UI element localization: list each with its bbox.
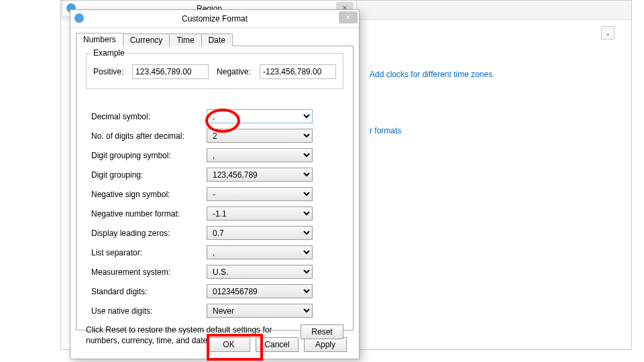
row-grouping: Digit grouping: 123,456,789 (86, 168, 343, 182)
select-decimal-symbol[interactable]: , (207, 109, 313, 123)
positive-example-field (132, 64, 209, 79)
close-button[interactable]: × (339, 11, 358, 23)
select-digits-after[interactable]: 2 (207, 129, 313, 143)
label-neg-sign: Negative sign symbol: (86, 190, 207, 199)
label-digits-after: No. of digits after decimal: (86, 131, 207, 141)
row-leading-zeros: Display leading zeros: 0.7 (86, 226, 343, 240)
tab-currency[interactable]: Currency (123, 34, 170, 46)
reset-button[interactable]: Reset (301, 324, 343, 339)
link-add-clocks[interactable]: Add clocks for different time zones (370, 67, 631, 82)
label-grouping-symbol: Digit grouping symbol: (86, 151, 207, 160)
label-list-sep: List separator: (86, 248, 207, 257)
label-decimal-symbol: Decimal symbol: (86, 112, 207, 121)
select-measurement[interactable]: U.S. (207, 265, 313, 279)
tab-pane-numbers: Example Positive: Negative: Decimal symb… (76, 46, 354, 330)
select-neg-format[interactable]: -1.1 (207, 206, 313, 221)
label-native-digits: Use native digits: (86, 306, 207, 316)
select-native-digits[interactable]: Never (207, 304, 313, 318)
tab-numbers[interactable]: Numbers (76, 33, 123, 46)
dialog-titlebar: Customize Format × (70, 10, 359, 28)
select-grouping-symbol[interactable]: , (207, 148, 313, 162)
label-std-digits: Standard digits: (86, 287, 207, 296)
tab-date[interactable]: Date (201, 34, 233, 46)
reset-hint: Click Reset to restore the system defaul… (86, 324, 294, 346)
label-measurement: Measurement system: (86, 267, 207, 277)
reset-row: Click Reset to restore the system defaul… (86, 324, 343, 346)
example-group: Example Positive: Negative: (86, 53, 343, 89)
row-measurement: Measurement system: U.S. (86, 265, 343, 279)
select-std-digits[interactable]: 0123456789 (207, 284, 313, 298)
row-native-digits: Use native digits: Never (86, 304, 343, 318)
select-list-sep[interactable]: , (207, 245, 313, 259)
customize-format-dialog: Customize Format × Numbers Currency Time… (70, 9, 360, 359)
negative-label: Negative: (217, 67, 256, 76)
bg-dropdown-arrow-icon[interactable] (601, 26, 614, 40)
label-leading-zeros: Display leading zeros: (86, 229, 207, 238)
negative-example-field (260, 64, 336, 79)
row-neg-sign: Negative sign symbol: - (86, 187, 343, 201)
row-grouping-symbol: Digit grouping symbol: , (86, 148, 343, 162)
row-neg-format: Negative number format: -1.1 (86, 206, 343, 221)
row-decimal-symbol: Decimal symbol: , (86, 109, 343, 123)
example-legend: Example (91, 48, 127, 58)
label-neg-format: Negative number format: (86, 209, 207, 219)
tab-time[interactable]: Time (169, 34, 201, 46)
link-formats-fragment[interactable]: r formats (370, 123, 631, 138)
select-leading-zeros[interactable]: 0.7 (207, 226, 313, 240)
select-grouping[interactable]: 123,456,789 (207, 168, 313, 182)
dialog-title: Customize Format (182, 14, 248, 23)
row-digits-after: No. of digits after decimal: 2 (86, 129, 343, 143)
select-neg-sign[interactable]: - (207, 187, 313, 201)
positive-label: Positive: (93, 67, 128, 76)
row-list-sep: List separator: , (86, 245, 343, 259)
tabs: Numbers Currency Time Date (76, 32, 354, 46)
globe-icon (74, 13, 84, 23)
row-std-digits: Standard digits: 0123456789 (86, 284, 343, 298)
label-grouping: Digit grouping: (86, 170, 207, 180)
